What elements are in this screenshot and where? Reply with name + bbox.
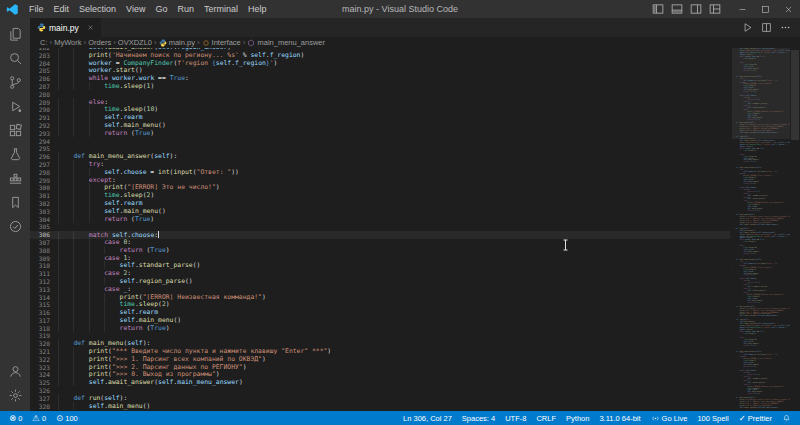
- symbol-method-icon: [247, 39, 255, 47]
- chevron-right-icon: ›: [113, 38, 116, 47]
- toggle-sidebar-icon[interactable]: [652, 3, 664, 15]
- menu-selection[interactable]: Selection: [74, 0, 121, 18]
- activity-source-control-button[interactable]: [0, 70, 30, 94]
- warning-icon: ⚠: [32, 414, 40, 423]
- maximize-button[interactable]: [754, 0, 777, 18]
- breadcrumb-item[interactable]: Orders: [88, 38, 111, 47]
- code-line[interactable]: 304 return (True): [30, 216, 730, 224]
- toggle-panel-icon[interactable]: [671, 3, 683, 15]
- activity-testing-button[interactable]: [0, 142, 30, 166]
- activity-explorer-button[interactable]: [0, 22, 30, 46]
- code-line[interactable]: 318 return (True): [30, 325, 730, 333]
- spell-status[interactable]: 100 Spell: [692, 411, 733, 425]
- code-line[interactable]: 288: [30, 91, 730, 99]
- breadcrumb-item[interactable]: OVXDZL0: [118, 38, 152, 47]
- menu-go[interactable]: Go: [150, 0, 172, 18]
- code-line[interactable]: 310 self.standart_parse(): [30, 262, 730, 270]
- editor-scrollbar[interactable]: [790, 48, 800, 411]
- code-line[interactable]: 296 def main_menu_answer(self):: [30, 153, 730, 161]
- python-icon: [37, 23, 46, 32]
- spell-count[interactable]: ⊙100: [51, 411, 83, 425]
- tab-label: main.py: [49, 23, 79, 33]
- minimap[interactable]: self.await_answer(self.region_answer) pr…: [732, 48, 790, 411]
- activity-spell-checker-button[interactable]: [0, 214, 30, 238]
- close-tab-icon[interactable]: [87, 24, 94, 31]
- status-text: Go Live: [662, 414, 688, 423]
- prettier[interactable]: ✓Prettier: [734, 411, 777, 425]
- split-editor-button[interactable]: [761, 22, 772, 33]
- code-line[interactable]: 293 return (True): [30, 130, 730, 138]
- line-number: 285: [30, 67, 58, 75]
- encoding[interactable]: UTF-8: [500, 411, 531, 425]
- activity-bar-top: [0, 22, 30, 238]
- menu-view[interactable]: View: [121, 0, 150, 18]
- go-live[interactable]: Go Live: [646, 411, 693, 425]
- cursor-position[interactable]: Ln 306, Col 27: [398, 411, 457, 425]
- menu-help[interactable]: Help: [243, 0, 272, 18]
- code-line[interactable]: 298 self.choose = int(input("Ответ: ")): [30, 169, 730, 177]
- problems-errors[interactable]: ⊗0: [4, 411, 27, 425]
- code-line[interactable]: 325 self.await_answer(self.main_menu_ans…: [30, 379, 730, 387]
- close-button[interactable]: [777, 0, 800, 18]
- line-number: 314: [30, 294, 58, 302]
- scrollbar-thumb[interactable]: [791, 50, 799, 140]
- activity-extensions-button[interactable]: [0, 118, 30, 142]
- chevron-right-icon: ›: [197, 38, 200, 47]
- menu-edit[interactable]: Edit: [49, 0, 75, 18]
- menu-file[interactable]: File: [24, 0, 49, 18]
- code-line[interactable]: 287 time.sleep(1): [30, 83, 730, 91]
- extensions-icon: [8, 123, 23, 138]
- breadcrumb-item[interactable]: main.py: [159, 38, 195, 47]
- python-version[interactable]: 3.11.0 64-bit: [594, 411, 645, 425]
- breadcrumb-item[interactable]: main_menu_answer: [247, 38, 325, 47]
- minimize-button[interactable]: [731, 0, 754, 18]
- circle-dot-icon: ⊙: [56, 414, 63, 423]
- code-line[interactable]: 308 return (True): [30, 247, 730, 255]
- activity-bar-bottom: [0, 359, 30, 407]
- line-number: 325: [30, 379, 58, 387]
- menu-run[interactable]: Run: [172, 0, 199, 18]
- code-lines: 282 self.await_answer(self.region_answer…: [30, 48, 730, 410]
- line-number: 319: [30, 332, 58, 340]
- tab-main-py[interactable]: main.py: [30, 18, 101, 37]
- code-line[interactable]: 328 self.main_menu(): [30, 403, 730, 411]
- run-file-button[interactable]: [742, 22, 753, 33]
- line-number: 300: [30, 184, 58, 192]
- title-bar: FileEditSelectionViewGoRunTerminalHelp m…: [0, 0, 800, 18]
- window-controls: [652, 0, 800, 18]
- activity-bookmarks-button[interactable]: [0, 190, 30, 214]
- code-line[interactable]: 326: [30, 387, 730, 395]
- code-line[interactable]: 312 self.region_parse(): [30, 278, 730, 286]
- editor-actions: [742, 18, 800, 37]
- check-icon: ✓: [739, 414, 746, 423]
- breadcrumb-item[interactable]: Interface: [202, 38, 241, 47]
- breadcrumb-item[interactable]: MyWork: [54, 38, 81, 47]
- workbench: main.py C:›MyWork›Orders›OVXDZL0›main.py…: [0, 18, 800, 411]
- notifications[interactable]: [777, 411, 796, 425]
- eol[interactable]: CRLF: [531, 411, 561, 425]
- language-mode[interactable]: Python: [561, 411, 594, 425]
- breadcrumb-item[interactable]: C:: [40, 38, 48, 47]
- problems-warnings[interactable]: ⚠0: [27, 411, 51, 425]
- toggle-secondary-sidebar-icon[interactable]: [690, 3, 702, 15]
- line-number: 303: [30, 208, 58, 216]
- customize-layout-icon[interactable]: [709, 3, 721, 15]
- breadcrumb-label: Orders: [88, 38, 111, 47]
- minimap-viewport[interactable]: [732, 48, 790, 139]
- code-line[interactable]: 294: [30, 138, 730, 146]
- activity-search-button[interactable]: [0, 46, 30, 70]
- code-line[interactable]: 306 match self.choose:: [30, 231, 730, 239]
- line-number: 316: [30, 309, 58, 317]
- editor[interactable]: 282 self.await_answer(self.region_answer…: [30, 48, 800, 411]
- more-actions-button[interactable]: [780, 22, 791, 33]
- line-number: 292: [30, 122, 58, 130]
- activity-containers-button[interactable]: [0, 166, 30, 190]
- activity-accounts-button[interactable]: [0, 359, 30, 383]
- activity-run-and-debug-button[interactable]: [0, 94, 30, 118]
- line-number: 309: [30, 255, 58, 263]
- indentation[interactable]: Spaces: 4: [457, 411, 500, 425]
- breadcrumb-label: main_menu_answer: [257, 38, 325, 47]
- menu-terminal[interactable]: Terminal: [199, 0, 243, 18]
- line-number: 295: [30, 145, 58, 153]
- activity-settings-button[interactable]: [0, 383, 30, 407]
